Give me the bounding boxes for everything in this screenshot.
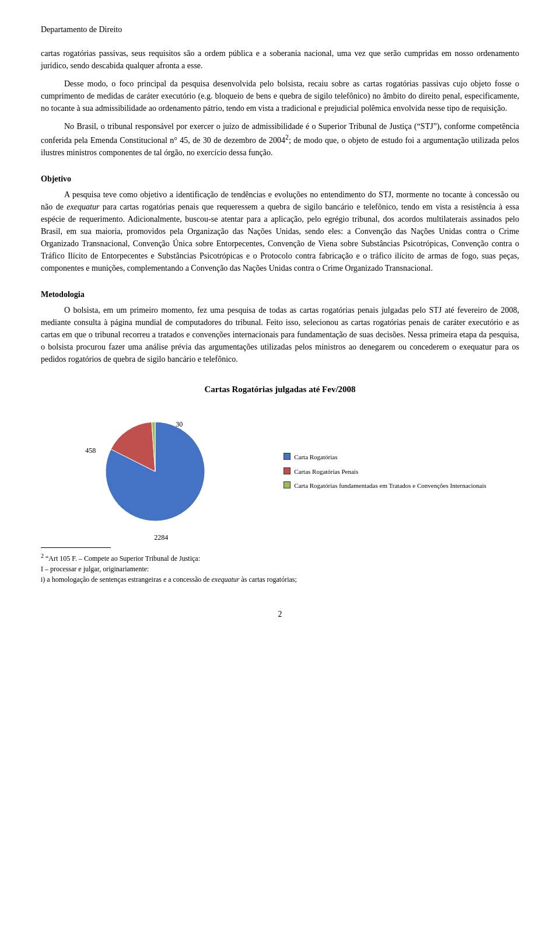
legend-item-3: Carta Rogatórias fundamentadas em Tratad… — [284, 481, 487, 491]
footnote-sup: 2 — [41, 553, 44, 559]
pie-label-2284: 2284 — [154, 532, 168, 543]
footnote-text3-pre: i) a homologação de sentenças estrangeir… — [41, 575, 212, 584]
footnote-line2: I – processar e julgar, originariamente: — [41, 564, 519, 574]
page-number: 2 — [41, 608, 519, 620]
footnote-text3-italic: exequatur — [212, 575, 240, 584]
legend-color-2 — [284, 467, 290, 474]
paragraph-objetivo: A pesquisa teve como objetivo a identifi… — [41, 188, 519, 274]
footnote-text1: “Art 105 F. – Compete ao Superior Tribun… — [46, 554, 200, 563]
legend-color-1 — [284, 453, 290, 460]
footnote-line3: i) a homologação de sentenças estrangeir… — [41, 574, 519, 585]
paragraph-2-text: Desse modo, o foco principal da pesquisa… — [41, 79, 519, 113]
legend-item-2: Cartas Rogatórias Penais — [284, 467, 487, 477]
pie-chart: 458 30 2284 — [74, 413, 249, 530]
chart-title: Cartas Rogatórias julgadas até Fev/2008 — [41, 383, 519, 396]
legend-label-3: Carta Rogatórias fundamentadas em Tratad… — [294, 481, 487, 491]
department-header: Departamento de Direito — [41, 23, 519, 36]
paragraph-1: cartas rogatórias passivas, seus requisi… — [41, 47, 519, 72]
legend-item-1: Carta Rogatórias — [284, 452, 487, 462]
footnote-text3-post: às cartas rogatórias; — [240, 575, 297, 584]
legend-color-3 — [284, 481, 290, 488]
footnote-divider — [41, 547, 111, 548]
paragraph-3: No Brasil, o tribunal responsável por ex… — [41, 120, 519, 159]
chart-container: 458 30 2284 Carta Rogatórias Cartas Roga… — [41, 413, 519, 530]
chart-legend: Carta Rogatórias Cartas Rogatórias Penai… — [284, 452, 487, 491]
legend-label-1: Carta Rogatórias — [294, 452, 337, 462]
paragraph-metodologia: O bolsista, em um primeiro momento, fez … — [41, 304, 519, 365]
legend-label-2: Cartas Rogatórias Penais — [294, 467, 358, 477]
metodologia-section-title: Metodologia — [41, 288, 519, 301]
p4b-text: para cartas rogatórias penais que requer… — [41, 202, 519, 273]
paragraph-2: Desse modo, o foco principal da pesquisa… — [41, 78, 519, 114]
chart-section: Cartas Rogatórias julgadas até Fev/2008 — [41, 383, 519, 530]
pie-svg — [79, 413, 243, 530]
pie-label-30: 30 — [176, 419, 183, 429]
department-text: Departamento de Direito — [41, 23, 519, 36]
objetivo-section-title: Objetivo — [41, 173, 519, 185]
pie-label-458: 458 — [85, 445, 96, 456]
footnote-line1: 2 “Art 105 F. – Compete ao Superior Trib… — [41, 551, 519, 564]
footnote-section: 2 “Art 105 F. – Compete ao Superior Trib… — [41, 551, 519, 585]
exequatur-text: exequatur — [66, 202, 99, 211]
